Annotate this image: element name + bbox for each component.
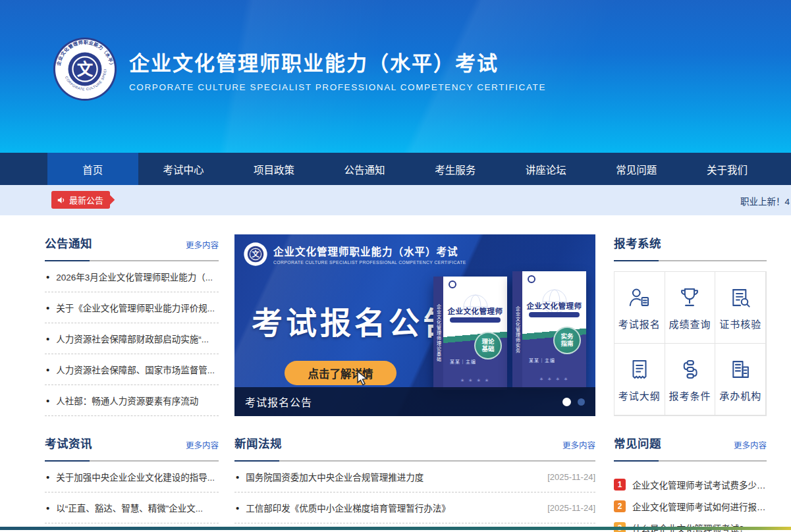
- nav-item-policy[interactable]: 项目政策: [229, 153, 319, 185]
- banner-subtitle: CORPORATE CULTURE SPECIALIST PROFESSIONA…: [273, 260, 466, 265]
- site-logo-icon: 企业文化管理师职业能力（水平）考试 CORPORATE CULTURE SPEC…: [53, 37, 117, 101]
- news-date: [2025-11-24]: [539, 472, 595, 482]
- section-news-header: 新闻法规 更多内容: [234, 435, 595, 462]
- notice-list: •2026年3月企业文化管理师职业能力（... •关于《企业文化管理师职业能力评…: [45, 261, 219, 416]
- book-subtitle-bar: [450, 317, 501, 323]
- list-item[interactable]: •以“正直、豁达、智慧、精微”企业文...: [45, 492, 219, 523]
- brand: 企业文化管理师职业能力（水平）考试 CORPORATE CULTURE SPEC…: [53, 37, 546, 101]
- bullet-icon: •: [46, 502, 49, 514]
- apply-item-apply-conditions[interactable]: 报考条件: [665, 343, 716, 415]
- section-title: 考试资讯: [45, 435, 92, 451]
- nav-item-home[interactable]: 首页: [47, 153, 138, 185]
- book-cover: 企业文化管理师 实务 指南 某某｜主编 ＊ ＊ ＊ ＊: [522, 271, 586, 388]
- apply-grid: 考试报名 成绩查询 证书核验: [614, 271, 767, 416]
- book-logo-icon: [528, 275, 535, 283]
- nav-item-forum[interactable]: 讲座论坛: [501, 153, 591, 185]
- textbook-theory: 企业文化管理师理论基础 企业文化管理师 理论 基础 某某｜主编 ＊ ＊ ＊ ＊: [433, 277, 507, 390]
- faq-item[interactable]: 1 企业文化管理师考试考试费多少，...: [614, 473, 767, 495]
- list-item[interactable]: •关于加强中央企业企业文化建设的指导...: [45, 462, 219, 492]
- main-content: 公告通知 更多内容 •2026年3月企业文化管理师职业能力（... •关于《企业…: [0, 215, 791, 532]
- news-list: • 国务院国资委加大中央企业合规管理推进力度 [2025-11-24] • 工信…: [234, 462, 595, 523]
- banner-detail-button[interactable]: 点击了解详情: [285, 361, 396, 385]
- banner-headline: 考试报名公告: [252, 298, 457, 343]
- bullet-icon: •: [236, 502, 239, 514]
- more-link[interactable]: 更多内容: [734, 439, 767, 451]
- latest-announcement-badge[interactable]: 最新公告: [51, 191, 110, 209]
- caption-text: 考试报名公告: [245, 394, 312, 410]
- site-title: 企业文化管理师职业能力（水平）考试: [129, 47, 546, 76]
- certificate-search-icon: [728, 285, 753, 310]
- apply-item-exam-signup[interactable]: 考试报名: [614, 271, 665, 344]
- banner-brand: 文 企业文化管理师职业能力（水平）考试 CORPORATE CULTURE SP…: [244, 242, 466, 266]
- book-title: 企业文化管理师: [522, 300, 586, 311]
- site-subtitle: CORPORATE CULTURE SPECIALIST PROFESSIONA…: [129, 82, 546, 92]
- faq-number-badge: 2: [614, 500, 626, 512]
- bullet-icon: •: [46, 333, 49, 344]
- list-item[interactable]: •人社部：畅通人力资源要素有序流动: [45, 385, 219, 416]
- section-title: 报考系统: [614, 234, 661, 251]
- book-title: 企业文化管理师: [443, 306, 507, 316]
- list-item[interactable]: • 工信部印发《优质中小企业梯度培育管理暂行办法》 [2025-11-24]: [234, 492, 595, 523]
- trophy-icon: [677, 285, 702, 310]
- faq-list: 1 企业文化管理师考试考试费多少，... 2 企业文化管理师考试如何进行报名..…: [614, 473, 767, 532]
- list-item[interactable]: •关于《企业文化管理师职业能力评价规...: [45, 292, 219, 323]
- list-item[interactable]: • 国务院国资委加大中央企业合规管理推进力度 [2025-11-24]: [234, 462, 595, 492]
- nav-item-faq[interactable]: 常见问题: [591, 153, 682, 185]
- bullet-icon: •: [46, 271, 49, 282]
- building-icon: [728, 357, 753, 382]
- book-subtitle-bar: [529, 312, 580, 317]
- section-title: 常见问题: [614, 435, 661, 451]
- latest-announcement-label: 最新公告: [69, 194, 103, 206]
- book-publisher: ＊ ＊ ＊ ＊: [443, 377, 507, 383]
- more-link[interactable]: 更多内容: [186, 238, 219, 251]
- news-date: [2025-11-24]: [539, 503, 595, 513]
- nav-item-exam-center[interactable]: 考试中心: [138, 153, 229, 185]
- apply-item-certificate-verify[interactable]: 证书核验: [715, 271, 766, 344]
- exam-info-list: •关于加强中央企业企业文化建设的指导... •以“正直、豁达、智慧、精微”企业文…: [45, 462, 219, 523]
- bullet-icon: •: [46, 302, 49, 313]
- main-nav: 首页 考试中心 项目政策 公告通知 考生服务 讲座论坛 常见问题 关于我们: [0, 153, 791, 185]
- person-card-icon: [627, 285, 652, 310]
- mouse-cursor-icon: [354, 370, 370, 386]
- list-item[interactable]: •人力资源社会保障部、国家市场监督管...: [45, 354, 219, 385]
- book-badge: 理论 基础: [474, 332, 502, 359]
- book-badge: 实务 指南: [553, 327, 581, 354]
- page: 企业文化管理师职业能力（水平）考试 CORPORATE CULTURE SPEC…: [0, 0, 791, 532]
- apply-item-host-institutions[interactable]: 承办机构: [715, 343, 766, 415]
- list-item[interactable]: •2026年3月企业文化管理师职业能力（...: [45, 261, 219, 292]
- section-apply-system: 报考系统 考试报名 成绩查询: [614, 234, 767, 416]
- faq-number-badge: 1: [614, 479, 626, 491]
- book-author: 某某｜主编: [529, 357, 555, 363]
- speaker-icon: [57, 196, 66, 205]
- nav-item-about[interactable]: 关于我们: [682, 153, 773, 185]
- book-spine: 企业文化管理师理论基础: [433, 277, 443, 390]
- banner-title: 企业文化管理师职业能力（水平）考试: [273, 244, 466, 258]
- book-cover: 企业文化管理师 理论 基础 某某｜主编 ＊ ＊ ＊ ＊: [443, 277, 507, 390]
- book-spine: 企业文化管理师实务: [512, 271, 522, 388]
- book-logo-icon: [449, 280, 456, 288]
- section-faq-header: 常见问题 更多内容: [614, 435, 767, 462]
- marquee-text[interactable]: 职业上新！4: [740, 194, 790, 207]
- apply-item-score-query[interactable]: 成绩查询: [665, 271, 716, 344]
- banner-brand-text: 企业文化管理师职业能力（水平）考试 CORPORATE CULTURE SPEC…: [273, 244, 466, 265]
- faq-item[interactable]: 2 企业文化管理师考试如何进行报名...: [614, 495, 767, 517]
- nav-item-notices[interactable]: 公告通知: [319, 153, 410, 185]
- more-link[interactable]: 更多内容: [186, 439, 219, 451]
- announce-bar: 最新公告 职业上新！4: [0, 185, 791, 215]
- nav-item-candidate-service[interactable]: 考生服务: [410, 153, 501, 185]
- section-title: 新闻法规: [234, 435, 282, 451]
- carousel-dots: [562, 398, 585, 406]
- carousel-dot-2[interactable]: [578, 398, 585, 406]
- list-item[interactable]: •人力资源社会保障部财政部启动实施“...: [45, 323, 219, 354]
- apply-item-exam-outline[interactable]: 考试大纲: [614, 343, 665, 415]
- more-link[interactable]: 更多内容: [562, 439, 595, 451]
- section-apply-header: 报考系统: [614, 234, 767, 261]
- carousel-dot-1[interactable]: [562, 398, 571, 406]
- section-notices-header: 公告通知 更多内容: [45, 234, 219, 261]
- carousel-banner[interactable]: 文 企业文化管理师职业能力（水平）考试 CORPORATE CULTURE SP…: [234, 234, 595, 416]
- flow-links-icon: [677, 357, 702, 382]
- svg-text:文: 文: [252, 250, 259, 258]
- textbook-practice: 企业文化管理师实务 企业文化管理师 实务 指南 某某｜主编 ＊ ＊ ＊ ＊: [512, 271, 586, 388]
- bullet-icon: •: [46, 471, 49, 483]
- site-header: 企业文化管理师职业能力（水平）考试 CORPORATE CULTURE SPEC…: [0, 0, 791, 153]
